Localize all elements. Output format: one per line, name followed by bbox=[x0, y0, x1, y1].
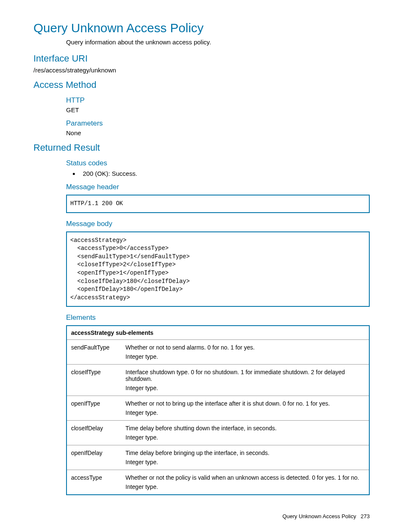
footer-page-number: 273 bbox=[361, 513, 370, 519]
table-row: sendFaultType Whether or not to send ala… bbox=[66, 340, 369, 365]
elements-table: accessStrategy sub-elements sendFaultTyp… bbox=[66, 325, 370, 495]
heading-returned-result: Returned Result bbox=[33, 142, 370, 153]
element-name: openIfType bbox=[66, 396, 121, 421]
element-name: accessType bbox=[66, 470, 121, 495]
heading-elements: Elements bbox=[66, 314, 370, 322]
table-row: accessType Whether or not the policy is … bbox=[66, 470, 369, 495]
table-header: accessStrategy sub-elements bbox=[66, 326, 369, 340]
element-name: openIfDelay bbox=[66, 445, 121, 470]
status-code-item: 200 (OK): Success. bbox=[79, 170, 370, 177]
heading-parameters: Parameters bbox=[66, 119, 370, 128]
table-row: openIfDelay Time delay before bringing u… bbox=[66, 445, 369, 470]
heading-access-method: Access Method bbox=[33, 80, 370, 90]
element-desc: Whether or not to send alarms. 0 for no.… bbox=[121, 340, 369, 365]
table-row: closeIfType Interface shutdown type. 0 f… bbox=[66, 365, 369, 396]
interface-uri-value: /res/access/strategy/unknown bbox=[33, 67, 370, 74]
parameters-value: None bbox=[66, 129, 370, 136]
element-desc: Whether or not to bring up the interface… bbox=[121, 396, 369, 421]
element-desc: Time delay before bringing up the interf… bbox=[121, 445, 369, 470]
table-header-row: accessStrategy sub-elements bbox=[66, 326, 369, 340]
element-desc: Interface shutdown type. 0 for no shutdo… bbox=[121, 365, 369, 396]
element-name: sendFaultType bbox=[66, 340, 121, 365]
footer-title: Query Unknown Access Policy bbox=[282, 513, 356, 519]
table-row: closeIfDelay Time delay before shutting … bbox=[66, 421, 369, 445]
page-footer: Query Unknown Access Policy 273 bbox=[282, 513, 370, 519]
heading-message-body: Message body bbox=[66, 220, 370, 228]
heading-status-codes: Status codes bbox=[66, 159, 370, 167]
element-desc: Time delay before shutting down the inte… bbox=[121, 421, 369, 445]
message-body-code: <accessStrategy> <accessType>0</accessTy… bbox=[66, 231, 370, 307]
element-desc: Whether or not the policy is valid when … bbox=[121, 470, 369, 495]
heading-http: HTTP bbox=[66, 96, 370, 105]
message-header-code: HTTP/1.1 200 OK bbox=[66, 195, 370, 213]
heading-interface-uri: Interface URI bbox=[33, 53, 370, 64]
page-description: Query information about the unknown acce… bbox=[66, 39, 370, 46]
element-name: closeIfDelay bbox=[66, 421, 121, 445]
heading-message-header: Message header bbox=[66, 183, 370, 191]
status-codes-list: 200 (OK): Success. bbox=[66, 170, 370, 177]
table-row: openIfType Whether or not to bring up th… bbox=[66, 396, 369, 421]
page-title: Query Unknown Access Policy bbox=[33, 21, 370, 35]
http-method-value: GET bbox=[66, 106, 370, 113]
element-name: closeIfType bbox=[66, 365, 121, 396]
